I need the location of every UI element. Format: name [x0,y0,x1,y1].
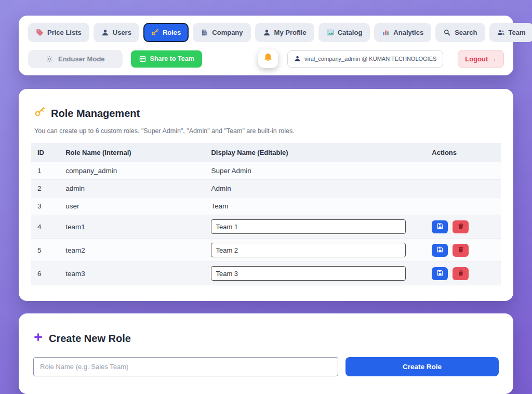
plus-icon [33,332,43,345]
user-badge-text: viral_company_admin @ KUMAN TECHNOLOGIES [304,56,436,62]
tab-catalog[interactable]: Catalog [318,23,370,42]
roles-table: ID Role Name (Internal) Display Name (Ed… [31,143,501,285]
role-internal-name: team1 [59,215,205,239]
key-icon [34,107,45,120]
table-row: 1 company_admin Super Admin [31,162,501,180]
logout-button[interactable]: Logout → [458,50,504,68]
tab-search[interactable]: Search [435,23,485,42]
save-icon [436,222,444,231]
create-role-card: Create New Role Create Role [19,313,513,394]
save-icon [436,269,444,278]
role-id: 4 [31,215,59,239]
page-title-text: Role Management [51,108,140,120]
enduser-mode-button[interactable]: Enduser Mode [28,50,123,68]
trash-icon [457,246,464,255]
save-role-button[interactable] [432,244,448,257]
trash-icon [457,269,464,278]
top-nav: Price Lists Users Roles Company [19,16,513,75]
display-name-input[interactable] [211,243,406,257]
notifications-button[interactable] [258,49,278,68]
role-display-name: Super Admin [205,162,425,180]
team-icon [497,29,505,36]
key-icon [151,29,159,36]
role-id: 3 [31,198,59,215]
role-display-name: Team [205,198,425,215]
tab-my-profile[interactable]: My Profile [255,23,314,42]
table-row: 2 admin Admin [31,180,501,198]
image-icon [326,29,334,36]
tab-label: Search [455,29,477,36]
table-row: 5 team2 [31,239,501,262]
save-icon [436,246,444,255]
role-management-card: Role Management You can create up to 6 c… [19,89,513,301]
display-name-input[interactable] [211,266,406,281]
role-id: 2 [31,180,59,198]
gear-icon [46,55,54,63]
role-internal-name: company_admin [59,162,205,180]
roles-subtitle: You can create up to 6 custom roles. "Su… [31,127,501,135]
search-icon [443,29,451,36]
user-icon [294,55,301,63]
profile-icon [263,29,271,36]
tab-analytics[interactable]: Analytics [374,23,431,42]
trash-icon [457,222,464,231]
role-internal-name: admin [59,180,205,198]
bell-icon [263,52,273,65]
role-id: 5 [31,239,59,262]
tab-label: My Profile [274,29,307,36]
role-display-name: Admin [205,180,425,198]
tab-label: Team [509,29,526,36]
delete-role-button[interactable] [453,267,469,280]
tab-team[interactable]: Team [489,23,532,42]
tab-label: Roles [163,29,181,36]
page: Price Lists Users Roles Company [0,0,532,394]
building-icon [201,29,208,36]
table-header-row: ID Role Name (Internal) Display Name (Ed… [31,143,501,162]
price-tag-icon [36,29,44,36]
tab-users[interactable]: Users [94,23,139,42]
display-name-input[interactable] [211,219,406,234]
nav-actions-row: Enduser Mode Share to Team viral_company… [28,49,504,68]
role-id: 1 [31,162,59,180]
tab-roles[interactable]: Roles [143,23,189,42]
share-to-team-label: Share to Team [150,55,194,62]
delete-role-button[interactable] [453,220,469,233]
logout-label: Logout → [465,55,497,63]
tab-label: Company [212,29,243,36]
share-to-team-button[interactable]: Share to Team [131,50,202,68]
save-role-button[interactable] [432,220,448,233]
enduser-mode-label: Enduser Mode [58,55,105,63]
page-title: Role Management [31,107,501,120]
role-name-input[interactable] [33,357,338,376]
create-role-title: Create New Role [33,332,499,345]
user-icon [101,29,109,36]
table-row: 4 team1 [31,215,501,239]
table-row: 6 team3 [31,262,501,285]
tab-label: Price Lists [47,29,82,36]
tab-company[interactable]: Company [193,23,250,42]
save-role-button[interactable] [432,267,448,280]
bar-chart-icon [382,29,390,36]
role-id: 6 [31,262,59,285]
tab-label: Users [113,29,131,36]
create-role-button[interactable]: Create Role [345,357,499,376]
column-header-id: ID [31,143,59,162]
role-internal-name: team3 [59,262,205,285]
share-board-icon [139,55,147,63]
current-user-badge: viral_company_admin @ KUMAN TECHNOLOGIES [287,50,443,68]
tab-label: Analytics [393,29,423,36]
role-internal-name: user [59,198,205,215]
nav-tabs-row: Price Lists Users Roles Company [28,23,504,42]
delete-role-button[interactable] [453,244,469,257]
column-header-actions: Actions [425,143,501,162]
column-header-role-name: Role Name (Internal) [59,143,205,162]
tab-label: Catalog [338,29,363,36]
create-role-title-text: Create New Role [49,333,131,345]
column-header-display-name: Display Name (Editable) [205,143,425,162]
tab-price-lists[interactable]: Price Lists [28,23,89,42]
table-row: 3 user Team [31,198,501,215]
role-internal-name: team2 [59,239,205,262]
create-role-form: Create Role [33,357,499,376]
